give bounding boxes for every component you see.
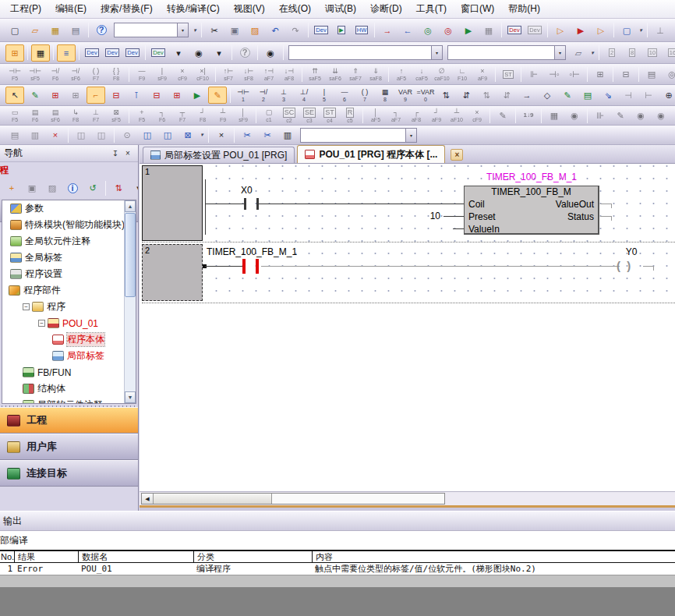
coil-7-button[interactable]: ( )7 <box>355 86 374 104</box>
falling-pulse-close-button[interactable]: ⇊saF6 <box>326 65 345 83</box>
falling-edge-parallel-button[interactable]: ⇵ <box>497 87 516 104</box>
device-display-dropdown[interactable]: ▾ <box>169 44 188 62</box>
edit-screen-button[interactable]: ▶ <box>188 87 207 104</box>
rising-pulse-close-parallel-button[interactable]: ⇑saF7 <box>346 65 365 83</box>
remote-operation-button[interactable]: ◎ <box>439 22 458 39</box>
output-label-0-button[interactable]: =VAR0 <box>416 86 435 104</box>
tree-item-程序部件[interactable]: 程序部件 <box>2 282 124 299</box>
window-split-button[interactable]: ◫ <box>72 126 90 143</box>
delete-horizontal-line-button[interactable]: ×cF9 <box>173 65 192 83</box>
document-tab[interactable]: 局部标签设置 POU_01 [PRG] <box>143 147 295 163</box>
wire-write-mode-button[interactable]: ⌐ <box>87 87 105 104</box>
menu-item[interactable]: 搜索/替换(F) <box>94 0 160 18</box>
tree-item-参数[interactable]: 参数 <box>2 200 124 217</box>
scroll-up-icon[interactable]: ▲ <box>125 200 136 212</box>
tree-item-局部软元件注释[interactable]: 局部软元件注释 <box>2 397 124 403</box>
rising-pulse-button[interactable]: ↑⊢sF7 <box>219 65 238 83</box>
sfc-trace-button[interactable]: ◉ <box>652 107 670 124</box>
refresh-button[interactable]: ⊙ <box>118 126 136 143</box>
note-edit-button[interactable]: ▶ <box>571 22 590 39</box>
ladder-canvas[interactable]: 1 2 X0 10 TIMER_100_FB_M_1 TIMER_100_FB_… <box>140 164 675 491</box>
monitor-start-button[interactable]: ▶ <box>459 22 478 39</box>
convert-pulse-button[interactable]: ↓caF5 <box>412 65 431 83</box>
open-contact-button[interactable]: ⊣⊢F5 <box>5 65 24 83</box>
inline-st-edit-button[interactable]: ✎ <box>558 87 577 104</box>
ladder-edit-mode-button[interactable]: ✎ <box>208 87 227 104</box>
cross-reference-button[interactable]: Dev <box>123 44 142 62</box>
invert-result-button[interactable]: ↑aF5 <box>392 65 411 83</box>
interconnect-mode-button[interactable]: ✎ <box>26 87 44 104</box>
horizontal-line-button[interactable]: —F9 <box>133 65 151 83</box>
fb-utilize-button[interactable]: ⊟ <box>617 65 635 83</box>
edge-relay-button[interactable]: ▭F5 <box>5 106 24 125</box>
decimal-display-button[interactable]: 10 <box>643 44 662 62</box>
output-coil[interactable]: ( ) <box>617 259 632 272</box>
toolbar-overflow-chevron[interactable]: ▾ <box>637 22 645 39</box>
scrollbar-thumb[interactable] <box>125 213 136 297</box>
document-tab[interactable]: POU_01 [PRG] 程序本体 [... <box>297 145 445 163</box>
row-insert-button[interactable]: ⊟ <box>107 87 125 104</box>
status-combo[interactable]: ▾ <box>300 128 417 143</box>
jump-button[interactable]: → <box>518 87 536 104</box>
device-find-button[interactable]: ◉ <box>189 44 208 62</box>
menu-item[interactable]: 调试(B) <box>318 0 363 18</box>
corner-1-button[interactable]: ┐F6 <box>153 106 171 125</box>
vertical-line-button[interactable]: |sF9 <box>153 65 171 83</box>
row-delete-button[interactable]: ⊟ <box>147 87 166 104</box>
contact-x0[interactable] <box>244 198 246 210</box>
sfc-block-list-button[interactable]: ▦ <box>545 107 564 124</box>
device-display-button[interactable]: Dev <box>149 44 168 62</box>
monitor-window-button[interactable]: ▢ <box>617 22 636 39</box>
sfc-find-button[interactable]: ◉ <box>565 107 584 124</box>
tree-scrollbar[interactable]: ▲ ▼ <box>124 200 136 403</box>
parallel-open-contact-button[interactable]: ⊣⊢sF5 <box>26 65 44 83</box>
contact-timer-error[interactable] <box>242 259 246 274</box>
delete-rule-button[interactable]: ⊠sF5 <box>107 106 125 125</box>
cross-line-button[interactable]: +F5 <box>133 106 151 125</box>
open-project-button[interactable]: ▱ <box>26 22 44 39</box>
context-help-button[interactable]: ? <box>235 44 254 62</box>
statement-button[interactable]: ▷ <box>551 22 570 39</box>
rising-edge-button[interactable]: ⇅ <box>436 87 455 104</box>
device-comment-button[interactable]: Dev <box>312 22 330 39</box>
close-window-button[interactable]: ⊠ <box>178 126 197 143</box>
fb-input-button[interactable]: ⊣◦ <box>545 65 564 83</box>
drag-right-button[interactable]: ⊢ <box>639 87 658 104</box>
fb-register-button[interactable]: ⊞ <box>591 65 610 83</box>
tree-item-FB/FUN[interactable]: FB/FUN <box>2 364 124 381</box>
corner-2-button[interactable]: ┬F7 <box>173 106 192 125</box>
sfc-select-div-button[interactable]: ┐aF7 <box>387 106 405 125</box>
sfc-se-step-button[interactable]: SEc3 <box>300 106 319 125</box>
parallel-close-contact-button[interactable]: ⊣/sF6 <box>66 65 85 83</box>
sfc-st-step-button[interactable]: STc4 <box>320 106 339 125</box>
preset-value[interactable]: 10 <box>417 211 440 221</box>
falling-edge-button[interactable]: ⇵ <box>457 87 475 104</box>
application-instruction-button[interactable]: { }F8 <box>107 65 125 83</box>
tree-expander-icon[interactable]: − <box>38 320 45 327</box>
menu-item[interactable]: 视图(V) <box>227 0 272 18</box>
tree-item-全局软元件注释[interactable]: 全局软元件注释 <box>2 233 124 250</box>
nav-button-用户库[interactable]: 用户库 <box>0 434 138 460</box>
menu-item[interactable]: 转换/编译(C) <box>160 0 227 18</box>
paste-data-button[interactable]: ▨ <box>43 179 62 196</box>
data-delete-button[interactable]: × <box>46 126 65 143</box>
horizontal-scrollbar-track[interactable]: ◀ <box>140 491 675 505</box>
input-label-9-button[interactable]: VAR9 <box>396 86 415 104</box>
menu-item[interactable]: 编辑(E) <box>48 0 94 18</box>
device-batch-button[interactable]: Dev <box>525 22 544 39</box>
corner-3-button[interactable]: ┘F8 <box>193 106 212 125</box>
sfc-reset-step-button[interactable]: Rc5 <box>341 106 359 125</box>
label-find-button[interactable]: ◎ <box>663 65 675 83</box>
menu-item[interactable]: 工具(T) <box>409 0 454 18</box>
monitor-stop-button[interactable]: ▦ <box>479 22 498 39</box>
corner-4-button[interactable]: ┴F9 <box>214 106 232 125</box>
sfc-select-conv-button[interactable]: ┌aF8 <box>407 106 426 125</box>
tab-close-icon[interactable]: × <box>451 149 463 161</box>
element-selection-window-button[interactable]: ▦ <box>31 44 50 62</box>
data-change-button[interactable]: ▥ <box>26 126 44 143</box>
error-row[interactable]: 1 Error POU_01 编译程序 触点中需要位类型的标签/值/位软元件。(… <box>0 563 675 575</box>
refresh-view-button[interactable]: ↺ <box>83 179 102 196</box>
sfc-parallel-div-button[interactable]: ┘aF9 <box>427 106 446 125</box>
nav-button-工程[interactable]: 工程 <box>0 407 138 434</box>
trace-stop-button[interactable]: ✂ <box>258 126 277 143</box>
